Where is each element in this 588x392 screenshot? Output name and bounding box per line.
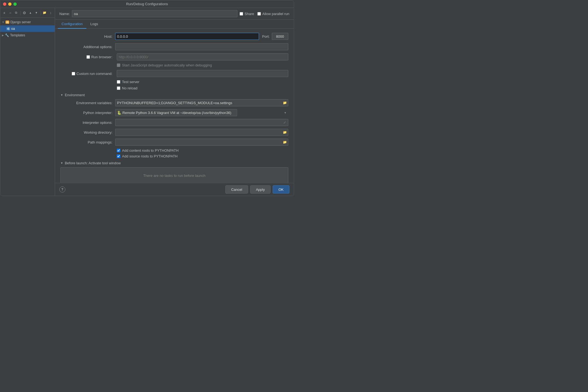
run-browser-checkbox-label[interactable]: Run browser: [86,55,112,59]
working-directory-input[interactable] [115,129,288,136]
custom-run-label: Custom run command: [77,72,113,76]
python-interpreter-label: Python interpreter: [60,111,115,115]
host-input[interactable] [115,33,259,40]
js-debugger-row: Start JavaScript debugger automatically … [117,63,288,67]
name-row: Name: Share Allow parallel run [55,8,294,20]
add-source-roots-row: Add source roots to PYTHONPATH [117,154,288,158]
config-panel: Host: Port: Additional options: [55,29,294,183]
expand-arrow-templates: ▶ [2,34,4,37]
sidebar-item-oa[interactable]: dj oa [0,25,55,32]
env-vars-label: Environment variables: [60,101,115,105]
folder-button[interactable]: 📁 [42,10,47,16]
add-config-button[interactable]: + [2,10,7,16]
move-down-button[interactable]: ▼ [34,10,39,16]
run-browser-label: Run browser: [91,55,112,59]
apply-button[interactable]: Apply [250,185,271,194]
custom-run-input[interactable] [117,70,288,77]
tab-logs[interactable]: Logs [86,20,102,29]
additional-options-label: Additional options: [60,45,115,49]
working-directory-row: Working directory: 📁 [60,129,288,136]
wrench-icon: 🔧 [5,33,9,37]
js-debugger-label: Start JavaScript debugger automatically … [122,63,212,67]
sidebar-item-templates[interactable]: ▶ 🔧 Templates [0,32,55,39]
env-vars-input[interactable] [115,99,288,106]
path-mappings-input-wrap: 📁 [115,139,288,146]
port-label: Port: [262,34,270,39]
run-browser-input[interactable] [117,53,288,60]
copy-config-button[interactable]: ⧉ [14,10,19,16]
interpreter-options-input-wrap: ⤢ [115,119,288,126]
no-reload-checkbox[interactable] [117,86,120,90]
run-debug-config-window: Run/Debug Configurations + − ⧉ ⚙ ▲ ▼ 📁 ↕… [0,0,294,196]
working-directory-label: Working directory: [60,130,115,134]
add-source-roots-checkbox[interactable] [117,154,120,158]
traffic-lights [3,2,17,6]
port-input[interactable] [272,33,288,40]
env-vars-input-wrap: 📁 [115,99,288,106]
no-tasks-label: There are no tasks to run before launch [143,174,206,178]
custom-run-checkbox[interactable] [72,72,75,75]
environment-section-title: Environment [65,93,85,97]
expand-arrow-django: ▼ [2,21,4,24]
share-checkbox[interactable] [240,12,243,16]
maximize-button[interactable] [13,2,17,6]
settings-button[interactable]: ⚙ [22,10,27,16]
test-server-label: Test server [122,80,139,84]
toolbar-separator-2 [40,11,41,15]
sidebar-toolbar: + − ⧉ ⚙ ▲ ▼ 📁 ↕ [0,8,55,18]
ok-button[interactable]: OK [273,185,289,194]
host-label: Host: [60,34,115,39]
no-reload-label: No reload [122,86,137,90]
right-panel: Name: Share Allow parallel run Configura… [55,8,294,196]
interpreter-options-label: Interpreter options: [60,121,115,125]
env-vars-browse-icon[interactable]: 📁 [282,100,288,106]
name-label: Name: [59,12,70,16]
share-area: Share Allow parallel run [240,12,289,16]
js-debugger-checkbox[interactable] [117,63,120,67]
action-buttons: Cancel Apply OK [225,185,289,194]
allow-parallel-label: Allow parallel run [262,12,289,16]
environment-section-header[interactable]: ▼ Environment [60,93,288,97]
sidebar-item-oa-label: oa [11,27,15,31]
interpreter-select-wrap: 🐍 Remote Python 3.6.6 Vagrant VM at ~/de… [115,109,288,116]
tabs-bar: Configuration Logs [55,20,294,29]
sort-button[interactable]: ↕ [48,10,53,16]
working-dir-browse-icon[interactable]: 📁 [282,130,288,135]
custom-run-checkbox-label[interactable]: Custom run command: [72,72,113,76]
minimize-button[interactable] [8,2,11,6]
share-checkbox-label[interactable]: Share [240,12,254,16]
dj-badge-oa: dj [6,27,10,30]
allow-parallel-checkbox-label[interactable]: Allow parallel run [257,12,289,16]
tab-configuration[interactable]: Configuration [58,20,86,29]
run-browser-checkbox[interactable] [86,55,90,59]
toolbar-separator [20,11,21,15]
environment-arrow-icon: ▼ [60,93,63,96]
additional-options-input[interactable] [115,43,288,50]
interpreter-options-expand-icon[interactable]: ⤢ [282,120,288,125]
remove-config-button[interactable]: − [8,10,13,16]
sidebar-item-django-server[interactable]: ▼ dj Django server [0,19,55,25]
title-bar: Run/Debug Configurations [0,0,294,8]
close-button[interactable] [3,2,6,6]
before-launch-title: Before launch: Activate tool window [65,161,121,165]
bottom-bar: ? Cancel Apply OK [55,183,294,196]
run-browser-row: Run browser: [60,53,288,60]
interpreter-dropdown-icon: ▼ [284,111,287,114]
path-mappings-input[interactable] [115,139,288,146]
before-launch-header[interactable]: ▼ Before launch: Activate tool window [60,161,288,165]
add-content-roots-checkbox[interactable] [117,149,120,152]
interpreter-options-input[interactable] [115,119,288,126]
move-up-button[interactable]: ▲ [28,10,33,16]
sidebar: + − ⧉ ⚙ ▲ ▼ 📁 ↕ ▼ dj Django server [0,8,55,196]
path-mappings-browse-icon[interactable]: 📁 [282,139,288,145]
test-server-checkbox[interactable] [117,80,120,84]
cancel-button[interactable]: Cancel [225,185,248,194]
name-input[interactable] [72,10,237,17]
interpreter-select[interactable]: 🐍 Remote Python 3.6.6 Vagrant VM at ~/de… [115,109,237,116]
main-content: + − ⧉ ⚙ ▲ ▼ 📁 ↕ ▼ dj Django server [0,8,294,196]
help-button[interactable]: ? [59,186,65,192]
env-vars-row: Environment variables: 📁 [60,99,288,106]
allow-parallel-checkbox[interactable] [257,12,261,16]
port-row: Port: [262,33,288,40]
sidebar-item-templates-label: Templates [10,33,25,37]
